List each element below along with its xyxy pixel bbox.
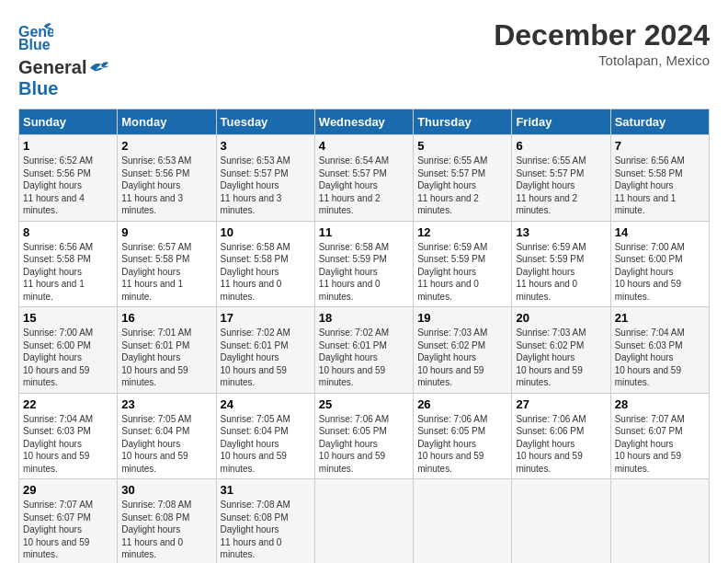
day-number: 14 [615,225,705,239]
day-number: 18 [319,311,409,325]
table-row: 6 Sunrise: 6:55 AM Sunset: 5:57 PM Dayli… [512,135,610,222]
calendar-week-row: 29 Sunrise: 7:07 AM Sunset: 6:07 PM Dayl… [19,479,710,564]
day-number: 3 [221,139,311,153]
location: Totolapan, Mexico [494,52,710,68]
table-row: 9 Sunrise: 6:57 AM Sunset: 5:58 PM Dayli… [118,221,216,307]
day-info: Sunrise: 7:04 AM Sunset: 6:03 PM Dayligh… [615,327,705,389]
calendar-week-row: 22 Sunrise: 7:04 AM Sunset: 6:03 PM Dayl… [19,393,710,479]
day-info: Sunrise: 7:02 AM Sunset: 6:01 PM Dayligh… [319,327,409,389]
svg-text:Blue: Blue [18,37,51,52]
day-number: 20 [516,311,606,325]
day-info: Sunrise: 7:03 AM Sunset: 6:02 PM Dayligh… [417,327,507,389]
day-number: 15 [23,311,113,325]
day-info: Sunrise: 6:55 AM Sunset: 5:57 PM Dayligh… [516,155,606,217]
calendar-header-row: Sunday Monday Tuesday Wednesday Thursday… [19,109,710,135]
header-sunday: Sunday [19,109,118,135]
day-number: 17 [221,311,311,325]
day-info: Sunrise: 7:06 AM Sunset: 6:05 PM Dayligh… [417,413,507,476]
day-info: Sunrise: 6:52 AM Sunset: 5:56 PM Dayligh… [23,155,113,217]
day-info: Sunrise: 6:57 AM Sunset: 5:58 PM Dayligh… [121,241,211,304]
day-number: 22 [23,397,113,411]
day-number: 25 [319,397,409,411]
day-number: 19 [417,311,507,325]
day-info: Sunrise: 7:05 AM Sunset: 6:04 PM Dayligh… [221,413,311,476]
calendar-table: Sunday Monday Tuesday Wednesday Thursday… [18,109,710,563]
calendar-week-row: 1 Sunrise: 6:52 AM Sunset: 5:56 PM Dayli… [19,135,710,222]
day-number: 8 [23,225,113,239]
day-number: 29 [23,483,113,497]
table-row: 17 Sunrise: 7:02 AM Sunset: 6:01 PM Dayl… [216,307,314,394]
day-number: 21 [615,311,705,325]
day-number: 30 [121,483,211,497]
month-title: December 2024 [494,18,710,52]
table-row: 30 Sunrise: 7:08 AM Sunset: 6:08 PM Dayl… [118,479,216,564]
day-number: 1 [23,139,113,153]
day-info: Sunrise: 7:08 AM Sunset: 6:08 PM Dayligh… [121,499,211,561]
day-info: Sunrise: 7:08 AM Sunset: 6:08 PM Dayligh… [221,499,311,561]
table-row: 18 Sunrise: 7:02 AM Sunset: 6:01 PM Dayl… [314,307,413,394]
day-info: Sunrise: 7:07 AM Sunset: 6:07 PM Dayligh… [615,413,705,476]
table-row: 22 Sunrise: 7:04 AM Sunset: 6:03 PM Dayl… [19,393,118,479]
day-number: 13 [516,225,606,239]
table-row: 4 Sunrise: 6:54 AM Sunset: 5:57 PM Dayli… [314,135,413,222]
table-row: 12 Sunrise: 6:59 AM Sunset: 5:59 PM Dayl… [414,221,512,307]
table-row: 25 Sunrise: 7:06 AM Sunset: 6:05 PM Dayl… [314,393,413,479]
day-info: Sunrise: 6:53 AM Sunset: 5:57 PM Dayligh… [221,155,311,217]
day-number: 28 [615,397,705,411]
day-number: 16 [121,311,211,325]
logo-icon: General Blue [18,18,53,53]
day-info: Sunrise: 7:04 AM Sunset: 6:03 PM Dayligh… [23,413,113,476]
day-info: Sunrise: 6:53 AM Sunset: 5:56 PM Dayligh… [121,155,211,217]
day-info: Sunrise: 6:55 AM Sunset: 5:57 PM Dayligh… [417,155,507,217]
day-number: 5 [417,139,507,153]
table-row: 1 Sunrise: 6:52 AM Sunset: 5:56 PM Dayli… [19,135,118,222]
logo-general: General [18,57,86,78]
table-row [414,479,512,564]
table-row: 16 Sunrise: 7:01 AM Sunset: 6:01 PM Dayl… [118,307,216,394]
table-row: 3 Sunrise: 6:53 AM Sunset: 5:57 PM Dayli… [216,135,314,222]
table-row: 14 Sunrise: 7:00 AM Sunset: 6:00 PM Dayl… [610,221,709,307]
day-info: Sunrise: 7:06 AM Sunset: 6:05 PM Dayligh… [319,413,409,476]
day-info: Sunrise: 7:01 AM Sunset: 6:01 PM Dayligh… [121,327,211,389]
table-row: 7 Sunrise: 6:56 AM Sunset: 5:58 PM Dayli… [610,135,709,222]
day-info: Sunrise: 6:59 AM Sunset: 5:59 PM Dayligh… [516,241,606,304]
day-info: Sunrise: 7:00 AM Sunset: 6:00 PM Dayligh… [23,327,113,389]
header-tuesday: Tuesday [216,109,314,135]
bird-icon [88,60,110,76]
table-row [610,479,709,564]
table-row: 5 Sunrise: 6:55 AM Sunset: 5:57 PM Dayli… [414,135,512,222]
day-info: Sunrise: 6:56 AM Sunset: 5:58 PM Dayligh… [23,241,113,304]
day-number: 31 [221,483,311,497]
table-row: 29 Sunrise: 7:07 AM Sunset: 6:07 PM Dayl… [19,479,118,564]
day-number: 11 [319,225,409,239]
table-row: 21 Sunrise: 7:04 AM Sunset: 6:03 PM Dayl… [610,307,709,394]
day-info: Sunrise: 7:07 AM Sunset: 6:07 PM Dayligh… [23,499,113,561]
title-block: December 2024 Totolapan, Mexico [494,18,710,68]
day-info: Sunrise: 7:02 AM Sunset: 6:01 PM Dayligh… [221,327,311,389]
calendar-week-row: 15 Sunrise: 7:00 AM Sunset: 6:00 PM Dayl… [19,307,710,394]
day-info: Sunrise: 7:03 AM Sunset: 6:02 PM Dayligh… [516,327,606,389]
day-number: 9 [121,225,211,239]
day-info: Sunrise: 6:59 AM Sunset: 5:59 PM Dayligh… [417,241,507,304]
day-number: 7 [615,139,705,153]
table-row: 10 Sunrise: 6:58 AM Sunset: 5:58 PM Dayl… [216,221,314,307]
logo: General Blue General Blue [18,18,110,99]
day-number: 2 [121,139,211,153]
day-info: Sunrise: 6:58 AM Sunset: 5:59 PM Dayligh… [319,241,409,304]
page-header: General Blue General Blue December 2024 … [18,18,710,99]
day-info: Sunrise: 7:05 AM Sunset: 6:04 PM Dayligh… [121,413,211,476]
day-number: 23 [121,397,211,411]
table-row: 2 Sunrise: 6:53 AM Sunset: 5:56 PM Dayli… [118,135,216,222]
day-info: Sunrise: 6:56 AM Sunset: 5:58 PM Dayligh… [615,155,705,217]
day-number: 26 [417,397,507,411]
header-friday: Friday [512,109,610,135]
table-row: 15 Sunrise: 7:00 AM Sunset: 6:00 PM Dayl… [19,307,118,394]
header-thursday: Thursday [414,109,512,135]
day-info: Sunrise: 7:00 AM Sunset: 6:00 PM Dayligh… [615,241,705,304]
table-row: 8 Sunrise: 6:56 AM Sunset: 5:58 PM Dayli… [19,221,118,307]
table-row [512,479,610,564]
table-row: 26 Sunrise: 7:06 AM Sunset: 6:05 PM Dayl… [414,393,512,479]
header-saturday: Saturday [610,109,709,135]
table-row: 23 Sunrise: 7:05 AM Sunset: 6:04 PM Dayl… [118,393,216,479]
day-number: 24 [221,397,311,411]
